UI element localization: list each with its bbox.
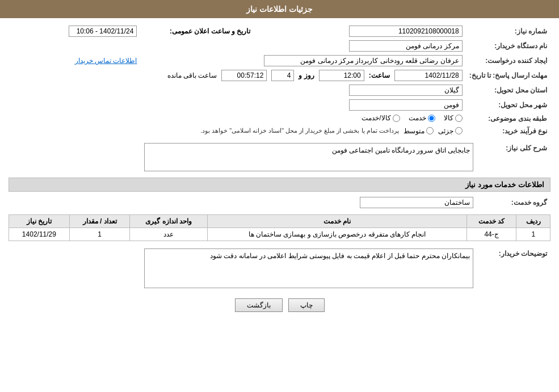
row-city: شهر محل تحویل: فومن <box>9 98 550 112</box>
col-unit: واحد اندازه گیری <box>130 214 208 227</box>
table-cell: انجام کارهای متفرقه درخصوص بازسازی و بهس… <box>208 227 467 241</box>
col-qty: تعداد / مقدار <box>69 214 130 227</box>
buyer-notes-label: توضیحات خریدار: <box>477 247 550 290</box>
col-date: تاریخ نیاز <box>9 214 70 227</box>
buyer-notes-table: توضیحات خریدار: بیمانکاران محترم حتما قب… <box>9 247 550 290</box>
col-name: نام خدمت <box>208 214 467 227</box>
page-header: جزئیات اطلاعات نیاز <box>0 0 559 18</box>
deadline-date: 1402/11/28 <box>394 70 463 81</box>
province-value: گیلان <box>349 85 463 96</box>
main-content: شماره نیاز: 1102092108000018 تاریخ و ساع… <box>0 18 559 326</box>
public-announce-value: 1402/11/24 - 10:06 <box>69 26 137 37</box>
radio-kala-khedmat-label: کالا/خدمت <box>362 114 390 122</box>
buyer-name-value: مرکز درمانی فومن <box>349 40 463 52</box>
row-deadline: مهلت ارسال پاسخ: تا تاریخ: 1402/11/28 سا… <box>9 68 550 83</box>
category-radio-group: کالا خدمت کالا/خدمت <box>362 114 462 122</box>
deadline-row: 1402/11/28 ساعت: 12:00 روز و 4 00:57:12 … <box>12 70 463 81</box>
buyer-notes-value: بیمانکاران محترم حتما قبل از اعلام قیمت … <box>144 248 473 288</box>
public-announce-label: تاریخ و ساعت اعلان عمومی: <box>170 27 250 35</box>
table-cell: 1 <box>516 227 550 241</box>
category-option-kala-khedmat: کالا/خدمت <box>362 114 400 122</box>
row-buyer-name: نام دستگاه خریدار: مرکز درمانی فومن <box>9 39 550 53</box>
need-desc-table: شرح کلی نیاز: جابجایی اتاق سرور درمانگاه… <box>9 141 550 173</box>
col-row: ردیف <box>516 214 550 227</box>
row-buyer-notes: توضیحات خریدار: بیمانکاران محترم حتما قب… <box>9 247 550 290</box>
radio-kala-khedmat[interactable] <box>393 115 400 122</box>
deadline-time-label: ساعت: <box>369 71 390 79</box>
row-need-number: شماره نیاز: 1102092108000018 تاریخ و ساع… <box>9 24 550 39</box>
row-process: نوع فرآیند خرید: جزئی متوسط پرداخت ت <box>9 125 550 137</box>
row-need-desc: شرح کلی نیاز: جابجایی اتاق سرور درمانگاه… <box>9 141 550 173</box>
deadline-time: 12:00 <box>319 70 364 81</box>
process-option-motavasset: متوسط <box>404 127 434 135</box>
category-option-kala: کالا <box>444 114 463 122</box>
table-cell: 1402/11/29 <box>9 227 70 241</box>
need-desc-value: جابجایی اتاق سرور درمانگاه تامین اجتماعی… <box>144 143 473 171</box>
contact-link[interactable]: اطلاعات تماس خریدار <box>75 57 137 65</box>
row-category: طبقه بندی موضوعی: کالا خدمت <box>9 112 550 125</box>
table-row: 1ج-44انجام کارهای متفرقه درخصوص بازسازی … <box>9 227 550 241</box>
services-section-title: اطلاعات خدمات مورد نیاز <box>9 178 550 192</box>
creator-value: عرفان رضائی قلعه رودخانی کاربرداز مرکز د… <box>264 55 463 66</box>
process-option-jozei: جزئی <box>438 127 463 135</box>
page-title: جزئیات اطلاعات نیاز <box>246 5 313 14</box>
service-group-table: گروه خدمت: ساختمان <box>9 195 550 210</box>
need-number-label: شماره نیاز: <box>466 24 550 39</box>
city-value: فومن <box>349 99 463 111</box>
services-table-header-row: ردیف کد خدمت نام خدمت واحد اندازه گیری ت… <box>9 214 550 227</box>
province-label: استان محل تحویل: <box>466 83 550 98</box>
radio-motavasset[interactable] <box>426 127 434 134</box>
process-row: جزئی متوسط پرداخت تمام یا بخشی از مبلغ خ… <box>12 127 463 135</box>
need-desc-label: شرح کلی نیاز: <box>477 141 550 173</box>
radio-jozei[interactable] <box>455 127 463 134</box>
deadline-remaining-label: ساعت باقی مانده <box>167 71 217 79</box>
col-code: کد خدمت <box>466 214 516 227</box>
services-table: ردیف کد خدمت نام خدمت واحد اندازه گیری ت… <box>9 214 550 241</box>
city-label: شهر محل تحویل: <box>466 98 550 112</box>
row-service-group: گروه خدمت: ساختمان <box>9 195 550 210</box>
radio-motavasset-label: متوسط <box>404 127 424 135</box>
need-number-value: 1102092108000018 <box>349 26 463 37</box>
back-button[interactable]: بازگشت <box>235 298 283 312</box>
service-group-value: ساختمان <box>360 197 473 208</box>
deadline-days: 4 <box>271 70 294 81</box>
table-cell: 1 <box>69 227 130 241</box>
radio-khedmat[interactable] <box>428 115 435 122</box>
service-group-label: گروه خدمت: <box>477 195 550 210</box>
process-label: نوع فرآیند خرید: <box>466 125 550 137</box>
button-row: چاپ بازگشت <box>9 298 550 312</box>
row-province: استان محل تحویل: گیلان <box>9 83 550 98</box>
table-cell: ج-44 <box>466 227 516 241</box>
deadline-label: مهلت ارسال پاسخ: تا تاریخ: <box>466 68 550 83</box>
table-cell: عدد <box>130 227 208 241</box>
page-wrapper: جزئیات اطلاعات نیاز شماره نیاز: 11020921… <box>0 0 559 392</box>
radio-jozei-label: جزئی <box>438 127 453 135</box>
creator-label: ایجاد کننده درخواست: <box>466 53 550 68</box>
info-table: شماره نیاز: 1102092108000018 تاریخ و ساع… <box>9 24 550 137</box>
radio-kala[interactable] <box>455 115 463 122</box>
category-label: طبقه بندی موضوعی: <box>466 112 550 125</box>
buyer-name-label: نام دستگاه خریدار: <box>466 39 550 53</box>
deadline-remaining: 00:57:12 <box>221 70 267 81</box>
process-note: پرداخت تمام یا بخشی از مبلغ خریدار از مح… <box>200 127 399 134</box>
radio-kala-label: کالا <box>444 114 453 122</box>
row-creator: ایجاد کننده درخواست: عرفان رضائی قلعه رو… <box>9 53 550 68</box>
category-option-khedmat: خدمت <box>409 114 435 122</box>
print-button[interactable]: چاپ <box>288 298 325 312</box>
deadline-days-label: روز و <box>299 71 314 79</box>
radio-khedmat-label: خدمت <box>409 114 426 122</box>
